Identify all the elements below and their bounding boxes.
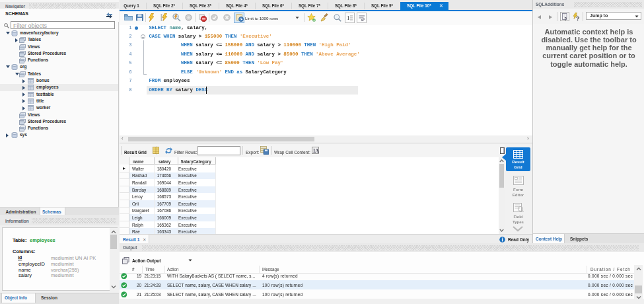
svg-text:1: 1	[347, 15, 350, 21]
svg-text:?: ?	[564, 17, 567, 21]
svg-text:?: ?	[576, 15, 580, 21]
svg-text:A: A	[315, 148, 319, 154]
